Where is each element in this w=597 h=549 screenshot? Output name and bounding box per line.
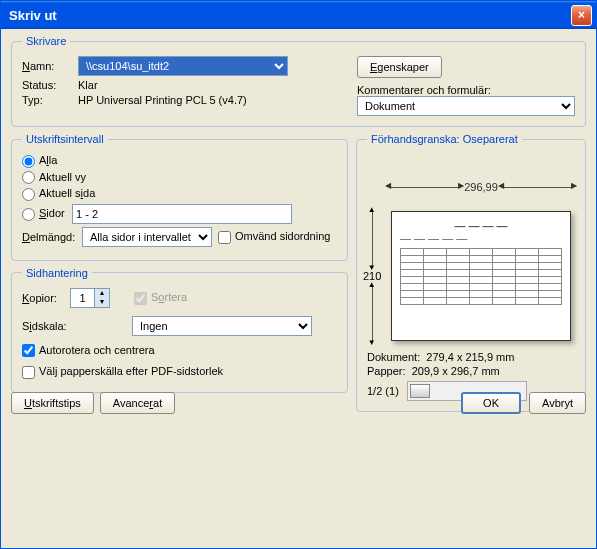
scale-select[interactable]: Ingen <box>132 316 312 336</box>
name-label: Namn: <box>22 60 78 72</box>
printer-legend: Skrivare <box>22 35 70 47</box>
subset-label: Delmängd: <box>22 231 82 243</box>
comments-select[interactable]: Dokument <box>357 96 575 116</box>
radio-all[interactable]: Alla <box>22 154 57 168</box>
page-preview: — — — — — — — — — <box>391 211 571 341</box>
paper-size: Papper: 209,9 x 296,7 mm <box>367 365 575 377</box>
collate-checkbox: Sortera <box>134 291 187 305</box>
chevron-down-icon: ▼ <box>94 298 109 307</box>
papersource-checkbox[interactable]: Välj papperskälla efter PDF-sidstorlek <box>22 365 223 379</box>
radio-pages[interactable]: Sidor <box>22 207 72 221</box>
type-value: HP Universal Printing PCL 5 (v4.7) <box>78 94 247 106</box>
comments-label: Kommentarer och formulär: <box>357 84 575 96</box>
radio-current-view[interactable]: Aktuell vy <box>22 171 86 185</box>
status-label: Status: <box>22 79 78 91</box>
handling-group: Sidhantering Kopior: 1 ▲▼ Sortera Sidska… <box>11 267 348 393</box>
printer-select[interactable]: \\csu104\su_itdt2 <box>78 56 288 76</box>
dimension-width: 296,99 <box>391 181 571 193</box>
copies-spinner[interactable]: 1 ▲▼ <box>70 288 110 308</box>
range-legend: Utskriftsintervall <box>22 133 108 145</box>
pages-input[interactable] <box>72 204 292 224</box>
doc-size: Dokument: 279,4 x 215,9 mm <box>367 351 575 363</box>
handling-legend: Sidhantering <box>22 267 92 279</box>
reverse-checkbox[interactable]: Omvänd sidordning <box>218 230 330 244</box>
properties-button[interactable]: Egenskaper <box>357 56 442 78</box>
scale-label: Sidskala: <box>22 320 132 332</box>
subset-select[interactable]: Alla sidor i intervallet <box>82 227 212 247</box>
close-icon[interactable]: × <box>571 5 592 26</box>
ok-button[interactable]: OK <box>461 392 521 414</box>
type-label: Typ: <box>22 94 78 106</box>
range-group: Utskriftsintervall Alla Aktuell vy Aktue… <box>11 133 348 261</box>
window-title: Skriv ut <box>9 8 571 23</box>
tips-button[interactable]: Utskriftstips <box>11 392 94 414</box>
cancel-button[interactable]: Avbryt <box>529 392 586 414</box>
radio-current-page[interactable]: Aktuell sida <box>22 187 95 201</box>
autorotate-checkbox[interactable]: Autorotera och centrera <box>22 344 155 358</box>
advanced-button[interactable]: Avancerat <box>100 392 175 414</box>
preview-group: Förhandsgranska: Oseparerat 296,99 210 —… <box>356 133 586 412</box>
titlebar: Skriv ut × <box>1 1 596 29</box>
preview-legend: Förhandsgranska: Oseparerat <box>367 133 522 145</box>
status-value: Klar <box>78 79 98 91</box>
dimension-height: 210 <box>363 211 381 341</box>
printer-group: Skrivare Namn: \\csu104\su_itdt2 Status:… <box>11 35 586 127</box>
copies-label: Kopior: <box>22 292 70 304</box>
chevron-up-icon: ▲ <box>94 289 109 298</box>
